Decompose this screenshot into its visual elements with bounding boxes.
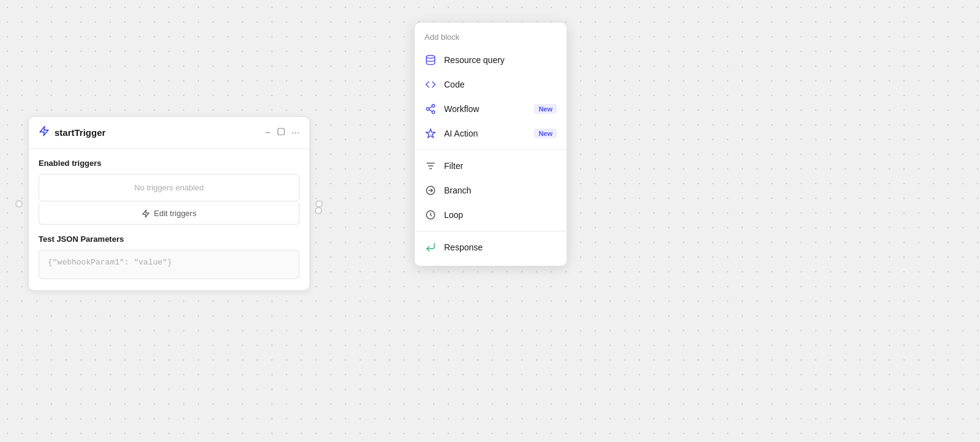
minimize-button[interactable]: − <box>265 128 270 138</box>
right-connector <box>315 200 323 208</box>
trigger-card: startTrigger − ··· Enabled triggers No t… <box>28 116 310 291</box>
standalone-right-connector <box>315 207 322 214</box>
menu-item-branch[interactable]: Branch <box>415 178 567 203</box>
menu-item-ai-action[interactable]: AI Action New <box>415 121 567 146</box>
ai-action-label: AI Action <box>444 129 527 138</box>
branch-label: Branch <box>444 185 557 195</box>
trigger-card-header: startTrigger − ··· <box>29 117 309 149</box>
test-json-label: Test JSON Parameters <box>39 234 300 244</box>
resource-query-label: Resource query <box>444 55 557 65</box>
svg-marker-0 <box>40 127 48 136</box>
ai-icon <box>424 127 437 140</box>
loop-icon <box>424 209 437 221</box>
response-icon <box>424 241 437 253</box>
json-placeholder: {"webhookParam1": "value"} <box>48 258 172 267</box>
menu-item-filter[interactable]: Filter <box>415 154 567 178</box>
branch-icon <box>424 184 437 197</box>
code-label: Code <box>444 80 557 89</box>
edit-triggers-label: Edit triggers <box>154 209 196 218</box>
expand-button[interactable] <box>277 127 285 138</box>
test-json-section: Test JSON Parameters {"webhookParam1": "… <box>39 234 300 279</box>
workflow-label: Workflow <box>444 104 527 114</box>
trigger-title-text: startTrigger <box>55 127 105 138</box>
bolt-icon <box>39 125 50 140</box>
more-button[interactable]: ··· <box>292 128 300 138</box>
divider-1 <box>415 149 567 150</box>
menu-item-workflow[interactable]: Workflow New <box>415 97 567 121</box>
ai-action-new-badge: New <box>534 129 557 138</box>
workflow-new-badge: New <box>534 104 557 114</box>
menu-item-response[interactable]: Response <box>415 235 567 260</box>
loop-label: Loop <box>444 210 557 220</box>
json-input[interactable]: {"webhookParam1": "value"} <box>39 250 300 279</box>
enabled-triggers-label: Enabled triggers <box>39 159 300 168</box>
header-actions: − ··· <box>265 127 300 138</box>
svg-line-8 <box>429 107 432 108</box>
response-label: Response <box>444 242 557 252</box>
menu-item-code[interactable]: Code <box>415 72 567 97</box>
svg-point-3 <box>426 56 435 59</box>
filter-icon <box>424 160 437 172</box>
code-icon <box>424 78 437 91</box>
trigger-title: startTrigger <box>39 125 105 140</box>
workflow-icon <box>424 103 437 115</box>
svg-line-7 <box>429 110 432 111</box>
db-icon <box>424 54 437 66</box>
svg-marker-2 <box>143 210 149 217</box>
dropdown-header: Add block <box>415 29 567 48</box>
no-triggers-box: No triggers enabled <box>39 174 300 201</box>
svg-rect-1 <box>277 129 284 135</box>
menu-item-resource-query[interactable]: Resource query <box>415 48 567 72</box>
left-connector <box>15 200 23 208</box>
edit-triggers-button[interactable]: Edit triggers <box>39 203 300 225</box>
add-block-dropdown: Add block Resource query Code <box>414 22 567 266</box>
no-triggers-text: No triggers enabled <box>134 183 203 192</box>
trigger-card-body: Enabled triggers No triggers enabled Edi… <box>29 149 309 290</box>
filter-label: Filter <box>444 161 557 171</box>
divider-2 <box>415 231 567 231</box>
menu-item-loop[interactable]: Loop <box>415 203 567 227</box>
